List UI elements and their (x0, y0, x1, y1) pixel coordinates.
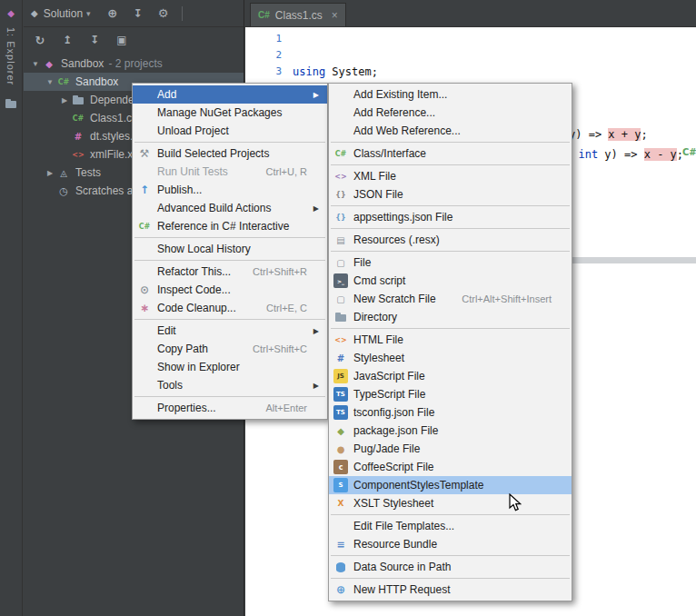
csharp-file-icon: C# (333, 146, 348, 161)
xml-file-icon: <> (71, 147, 85, 162)
menu-item[interactable]: ↑ Publish... (133, 181, 327, 199)
tab-title: Class1.cs (275, 9, 323, 22)
menu-item[interactable]: Show in Explorer (133, 358, 327, 376)
line-number: 1 (245, 31, 282, 47)
tree-item-label: Class1.cs (90, 112, 137, 124)
explorer-tool-button[interactable]: 1: Explorer (5, 27, 16, 85)
menu-item[interactable]: {} appsettings.json File (329, 208, 572, 226)
menu-item[interactable]: ⊕ New HTTP Request (329, 581, 572, 599)
menu-item[interactable]: Directory (329, 308, 572, 326)
menu-separator (134, 260, 325, 261)
menu-item-icon (333, 105, 348, 120)
menu-item[interactable]: ● Pug/Jade File (329, 440, 572, 458)
menu-item-shortcut: Ctrl+E, C (266, 303, 307, 313)
menu-item-icon (333, 87, 348, 102)
menu-item-icon (137, 87, 152, 102)
tree-item-suffix: - 2 projects (108, 57, 162, 70)
menu-item-icon (137, 342, 152, 356)
menu-item[interactable]: Manage NuGet Packages (133, 104, 327, 122)
menu-item[interactable]: S ComponentStylesTemplate (329, 476, 572, 494)
refresh-icon[interactable]: ↻ (33, 33, 47, 47)
tree-chevron-icon[interactable]: ▼ (44, 78, 56, 86)
menu-item-label: Refactor This... (157, 265, 238, 278)
menu-item-label: Cmd script (353, 274, 537, 287)
datasource-icon (333, 560, 348, 574)
tree-row[interactable]: ▼ ◆ Sandbox - 2 projects (24, 55, 244, 73)
menu-item[interactable]: TS tsconfig.json File (329, 403, 572, 422)
locate-icon[interactable]: ⊕ (105, 6, 120, 21)
menu-separator (134, 142, 325, 143)
menu-item[interactable]: >_ Cmd script (329, 272, 572, 290)
menu-item[interactable]: Advanced Build Actions ▶ (133, 199, 327, 217)
menu-item[interactable]: Unload Project (133, 122, 327, 140)
html-file-icon: <> (333, 333, 348, 347)
menu-item-label: Unload Project (157, 124, 293, 137)
menu-separator (331, 328, 570, 329)
tree-chevron-icon[interactable]: ▶ (58, 96, 71, 104)
menu-item[interactable]: ⊙ Inspect Code... (133, 281, 327, 299)
menu-item[interactable]: ▢ File (329, 253, 572, 272)
scroll-up-icon[interactable]: ↥ (60, 33, 75, 47)
menu-item[interactable]: ∗ Code Cleanup... Ctrl+E, C (133, 299, 327, 317)
code-token: ; (641, 128, 647, 141)
toolbar-divider (182, 6, 183, 21)
folder-tool-icon[interactable] (4, 96, 18, 111)
menu-item-label: Directory (353, 311, 537, 323)
directory-icon (333, 310, 348, 324)
menu-item[interactable]: Tools ▶ (133, 376, 327, 394)
menu-item[interactable]: Copy Path Ctrl+Shift+C (133, 340, 327, 358)
scroll-down-icon[interactable]: ↧ (87, 33, 102, 47)
menu-item[interactable]: ▤ Resources (.resx) (329, 231, 572, 249)
tree-chevron-icon[interactable]: ▼ (29, 60, 42, 68)
menu-item[interactable]: Add Web Reference... (329, 122, 572, 140)
menu-item[interactable]: Add ▶ (133, 85, 327, 104)
menu-item[interactable]: Show Local History (133, 240, 327, 258)
menu-item[interactable]: TS TypeScript File (329, 385, 572, 403)
menu-item-label: Code Cleanup... (157, 302, 252, 314)
explorer-tool-icon[interactable]: ◆ (4, 5, 18, 20)
menu-item[interactable]: Add Existing Item... (329, 85, 572, 104)
menu-item[interactable]: <> XML File (329, 167, 572, 185)
menu-item[interactable]: JS JavaScript File (329, 367, 572, 385)
chevron-down-icon[interactable]: ▾ (86, 9, 91, 18)
menu-item-label: Publish... (157, 184, 293, 196)
menu-item[interactable]: Refactor This... Ctrl+Shift+R (133, 263, 327, 281)
menu-item[interactable]: Properties... Alt+Enter (133, 399, 327, 417)
settings-gear-icon[interactable]: ⚙ (156, 6, 171, 21)
menu-item[interactable]: ▢ New Scratch File Ctrl+Alt+Shift+Insert (329, 290, 572, 308)
image-icon[interactable]: ▣ (114, 33, 129, 47)
menu-item[interactable]: C# Class/Interface (329, 144, 572, 163)
menu-item[interactable]: Run Unit Tests Ctrl+U, R (133, 163, 327, 181)
menu-item[interactable]: ◆ package.json File (329, 422, 572, 440)
menu-item[interactable]: # Stylesheet (329, 349, 572, 367)
tab-close-icon[interactable]: × (332, 9, 338, 22)
menu-item-label: Data Source in Path (353, 561, 537, 573)
menu-separator (331, 514, 570, 515)
menu-item[interactable]: c CoffeeScript File (329, 458, 572, 476)
menu-separator (134, 396, 325, 397)
menu-item-label: Inspect Code... (157, 283, 293, 296)
menu-item[interactable]: Data Source in Path (329, 558, 572, 576)
menu-item[interactable]: C# Reference in C# Interactive (133, 217, 327, 235)
line-number: 2 (245, 47, 282, 64)
inspect-icon: ⊙ (137, 283, 152, 297)
solution-selector[interactable]: Solution (44, 7, 83, 20)
menu-item[interactable]: Edit File Templates... (329, 517, 572, 535)
menu-separator (134, 319, 325, 320)
tab-class1[interactable]: C# Class1.cs × (250, 3, 346, 26)
menu-item-label: ComponentStylesTemplate (353, 479, 537, 492)
menu-item[interactable]: {} JSON File (329, 185, 572, 204)
collapse-icon[interactable]: ↧ (131, 6, 145, 21)
menu-separator (331, 228, 570, 229)
menu-item[interactable]: Edit ▶ (133, 322, 327, 340)
tree-chevron-icon[interactable]: ▶ (44, 169, 56, 177)
editor-scroll-artifact (572, 257, 696, 263)
menu-item[interactable]: <> HTML File (329, 331, 572, 349)
menu-item[interactable]: X XSLT Stylesheet (329, 494, 572, 512)
menu-item[interactable]: ⚒ Build Selected Projects (133, 144, 327, 163)
dependencies-icon (71, 93, 85, 107)
menu-item[interactable]: Add Reference... (329, 104, 572, 122)
menu-item-label: Stylesheet (353, 352, 537, 364)
menu-item-shortcut: Ctrl+Shift+R (253, 266, 307, 277)
menu-item[interactable]: ≡ Resource Bundle (329, 535, 572, 553)
